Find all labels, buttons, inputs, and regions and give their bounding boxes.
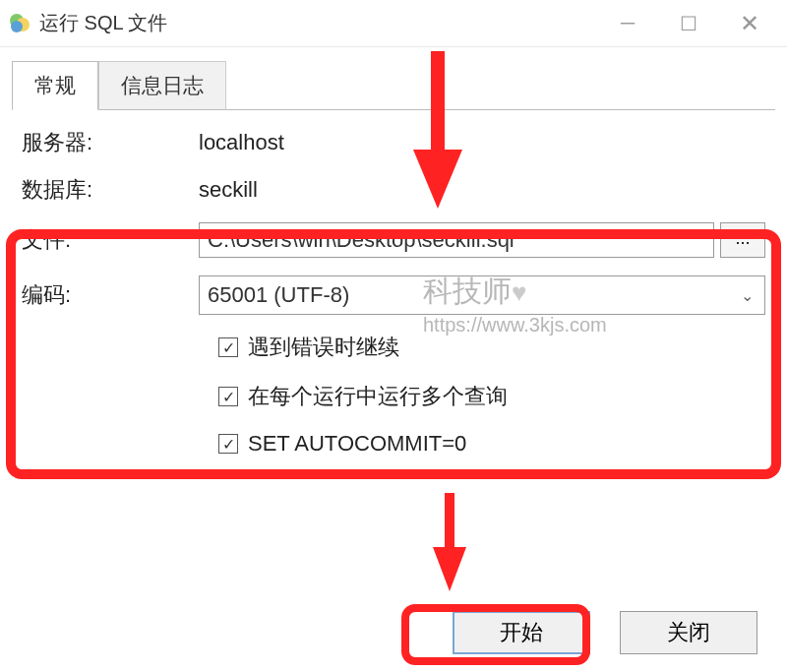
checkbox-autocommit[interactable] [218, 434, 238, 454]
footer: 开始 关闭 [0, 593, 787, 672]
file-path-input[interactable] [199, 222, 714, 258]
label-continue-on-error: 遇到错误时继续 [248, 333, 399, 362]
start-button[interactable]: 开始 [453, 611, 590, 654]
row-continue-on-error: 遇到错误时继续 [218, 333, 765, 362]
svg-point-2 [11, 21, 23, 32]
window-title: 运行 SQL 文件 [39, 10, 618, 36]
label-multi-query: 在每个运行中运行多个查询 [248, 382, 508, 411]
value-server: localhost [199, 130, 765, 155]
checkbox-multi-query[interactable] [218, 387, 238, 406]
form-area: 服务器: localhost 数据库: seckill 文件: ... 编码: … [0, 110, 787, 494]
tab-bar: 常规 信息日志 [0, 53, 787, 110]
checkbox-continue-on-error[interactable] [218, 337, 238, 357]
label-encoding: 编码: [22, 280, 199, 310]
value-database: seckill [199, 177, 765, 203]
label-database: 数据库: [22, 175, 199, 205]
svg-rect-5 [445, 493, 454, 552]
tab-log[interactable]: 信息日志 [98, 61, 226, 110]
title-bar: 运行 SQL 文件 ─ ☐ ✕ [0, 0, 787, 47]
row-autocommit: SET AUTOCOMMIT=0 [218, 431, 765, 457]
minimize-button[interactable]: ─ [618, 14, 637, 33]
label-file: 文件: [22, 225, 199, 255]
row-file: 文件: ... [22, 222, 765, 258]
close-window-button[interactable]: ✕ [740, 14, 759, 33]
encoding-select[interactable]: 65001 (UTF-8) [199, 275, 765, 315]
annotation-arrow-mid [433, 493, 466, 591]
close-button[interactable]: 关闭 [620, 611, 757, 654]
browse-button[interactable]: ... [720, 222, 765, 258]
row-database: 数据库: seckill [22, 175, 765, 205]
svg-marker-6 [433, 547, 466, 591]
label-server: 服务器: [22, 128, 199, 157]
row-encoding: 编码: 65001 (UTF-8) ⌄ [22, 275, 765, 315]
row-multi-query: 在每个运行中运行多个查询 [218, 382, 765, 411]
maximize-button[interactable]: ☐ [679, 14, 698, 33]
label-autocommit: SET AUTOCOMMIT=0 [248, 431, 466, 457]
app-icon [8, 12, 31, 35]
window-controls: ─ ☐ ✕ [618, 14, 759, 33]
row-server: 服务器: localhost [22, 128, 765, 157]
tab-general[interactable]: 常规 [12, 61, 98, 110]
